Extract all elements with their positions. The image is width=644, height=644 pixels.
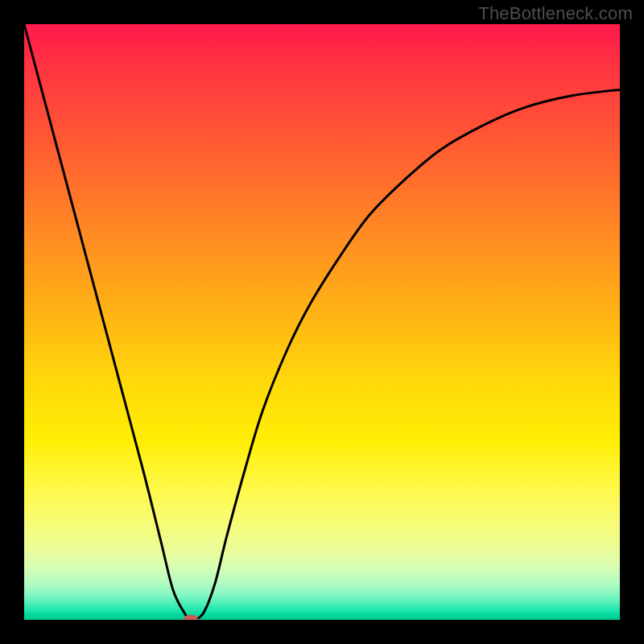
plot-area	[24, 24, 620, 620]
bottleneck-curve	[24, 24, 620, 620]
watermark-text: TheBottleneck.com	[478, 3, 633, 24]
chart-frame: TheBottleneck.com	[0, 0, 644, 644]
minimum-marker	[184, 615, 198, 620]
